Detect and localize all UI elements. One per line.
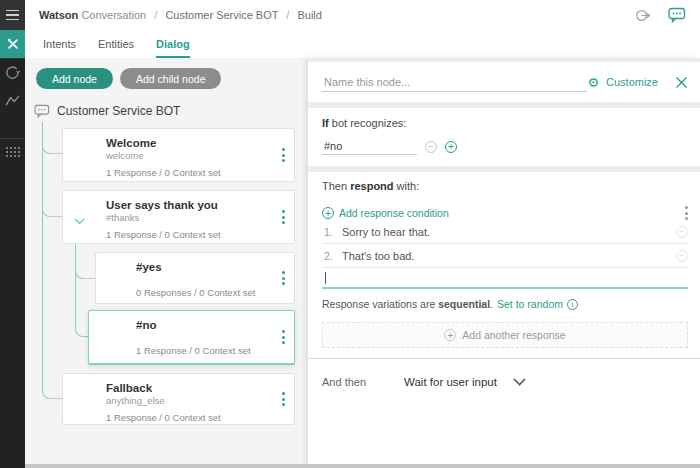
add-another-response-button[interactable]: + Add another response	[322, 322, 688, 348]
breadcrumb: Watson Conversation / Customer Service B…	[39, 9, 322, 21]
responses-menu-button[interactable]	[685, 206, 688, 220]
condition-input[interactable]	[322, 138, 417, 155]
tree-node-user-says-thank-you[interactable]: User says thank you #thanks 1 Response /…	[62, 190, 295, 244]
add-response-condition-label: Add response condition	[339, 207, 449, 219]
chat-bubble-icon	[668, 7, 686, 23]
remove-condition-icon[interactable]: −	[425, 141, 437, 153]
tab-dialog[interactable]: Dialog	[156, 38, 190, 58]
node-name-input[interactable]	[322, 73, 587, 92]
nav-grid[interactable]	[0, 138, 25, 166]
hamburger-menu-button[interactable]	[0, 0, 25, 30]
chevron-down-icon	[513, 378, 526, 386]
and-then-section: And then Wait for user input	[308, 358, 700, 468]
add-condition-icon[interactable]: +	[445, 141, 457, 153]
node-meta: 1 Response / 0 Context set	[106, 229, 286, 240]
set-to-random-link[interactable]: Set to random	[497, 298, 563, 310]
remove-response-icon[interactable]: −	[676, 226, 688, 238]
and-then-dropdown-button[interactable]	[513, 378, 526, 386]
customize-button[interactable]: Customize	[606, 76, 658, 88]
hamburger-icon	[6, 10, 19, 21]
node-condition: #thanks	[106, 212, 286, 223]
tree-node-welcome[interactable]: Welcome welcome 1 Response / 0 Context s…	[62, 128, 295, 182]
response-input-active[interactable]	[322, 268, 688, 289]
breadcrumb-product: Conversation	[81, 9, 146, 21]
add-child-node-button[interactable]: Add child node	[120, 68, 221, 89]
text-caret	[325, 272, 326, 284]
then-label-post: with:	[394, 180, 420, 192]
response-variations-row: Response variations are sequential. Set …	[322, 298, 688, 310]
collapse-chevron-icon[interactable]	[74, 211, 85, 229]
response-number: 1.	[324, 226, 342, 238]
tree-branch-curve	[42, 388, 50, 399]
breadcrumb-separator: /	[154, 9, 157, 21]
analytics-icon	[5, 94, 20, 107]
tree-branch-curve	[42, 205, 50, 217]
node-menu-button[interactable]	[282, 148, 285, 162]
build-tools-icon	[6, 37, 20, 51]
tree-trunk-line	[42, 122, 43, 388]
left-icon-rail	[0, 0, 25, 468]
tree-branch-line	[83, 278, 95, 279]
tree-node-yes[interactable]: #yes 0 Responses / 0 Context set	[95, 252, 295, 304]
nav-analytics[interactable]	[0, 86, 25, 114]
node-title: User says thank you	[106, 199, 286, 211]
editor-header: ⚙ Customize	[308, 62, 700, 102]
node-title: Welcome	[106, 137, 286, 149]
top-bar: Watson Conversation / Customer Service B…	[25, 0, 700, 30]
tab-entities[interactable]: Entities	[98, 38, 134, 58]
improve-icon	[5, 65, 20, 80]
response-text[interactable]: That's too bad.	[342, 250, 676, 262]
response-row[interactable]: 2. That's too bad. −	[322, 244, 688, 268]
node-menu-button[interactable]	[282, 392, 285, 406]
breadcrumb-separator: /	[286, 9, 289, 21]
bot-bubble-icon	[34, 104, 50, 118]
tree-branch-curve	[75, 325, 88, 337]
node-meta: 1 Response / 0 Context set	[106, 167, 286, 178]
breadcrumb-brand: Watson	[39, 9, 78, 21]
app-window: Watson Conversation / Customer Service B…	[0, 0, 700, 468]
dialog-tree-panel: Add node Add child node Customer Service…	[25, 58, 308, 468]
tree-root-title: Customer Service BOT	[57, 104, 180, 118]
variations-text: Response variations are sequential.	[322, 298, 493, 310]
node-meta: 0 Responses / 0 Context set	[136, 287, 286, 298]
and-then-label: And then	[322, 376, 366, 388]
breadcrumb-workspace[interactable]: Customer Service BOT	[165, 9, 278, 21]
remove-response-icon[interactable]: −	[676, 250, 688, 262]
nav-improve[interactable]	[0, 58, 25, 86]
node-menu-button[interactable]	[282, 210, 285, 224]
try-it-chat-button[interactable]	[668, 7, 686, 23]
then-respond-section: Then respond with: + Add response condit…	[308, 172, 700, 358]
if-recognizes-label: If bot recognizes:	[322, 117, 686, 129]
node-title: #yes	[136, 261, 286, 273]
tree-node-no-selected[interactable]: #no 1 Response / 0 Context set	[88, 310, 295, 365]
breadcrumb-page: Build	[297, 9, 321, 21]
tree-node-fallback[interactable]: Fallback anything_else 1 Response / 0 Co…	[62, 373, 295, 425]
response-text[interactable]: Sorry to hear that.	[342, 226, 676, 238]
if-recognizes-section: If bot recognizes: − +	[308, 108, 700, 166]
deploy-button[interactable]	[635, 8, 652, 23]
tab-intents[interactable]: Intents	[43, 38, 76, 58]
response-row[interactable]: 1. Sorry to hear that. −	[322, 220, 688, 244]
deploy-export-icon	[635, 8, 652, 23]
node-menu-button[interactable]	[282, 271, 285, 285]
node-menu-button[interactable]	[282, 330, 285, 344]
node-editor-panel: ⚙ Customize If bot recognizes:	[308, 58, 700, 468]
add-another-response-label: Add another response	[462, 329, 565, 341]
close-icon	[675, 76, 688, 89]
and-then-value[interactable]: Wait for user input	[404, 376, 497, 388]
info-icon[interactable]: i	[567, 299, 578, 310]
add-response-condition-button[interactable]: + Add response condition	[322, 207, 449, 219]
node-title: #no	[136, 319, 286, 331]
workspace-tabs: Intents Entities Dialog	[25, 30, 700, 58]
node-condition: welcome	[106, 150, 286, 161]
tree-branch-curve	[75, 267, 83, 279]
if-label-bold: If	[322, 117, 329, 129]
nav-build-tools[interactable]	[0, 30, 25, 58]
close-editor-button[interactable]	[675, 76, 688, 89]
add-node-button[interactable]: Add node	[36, 68, 113, 89]
tree-branch-curve	[42, 142, 50, 154]
then-label-bold: respond	[350, 180, 393, 192]
plus-circle-icon: +	[322, 207, 334, 219]
plus-circle-icon: +	[444, 329, 456, 341]
tree-child-trunk-line	[75, 244, 76, 325]
